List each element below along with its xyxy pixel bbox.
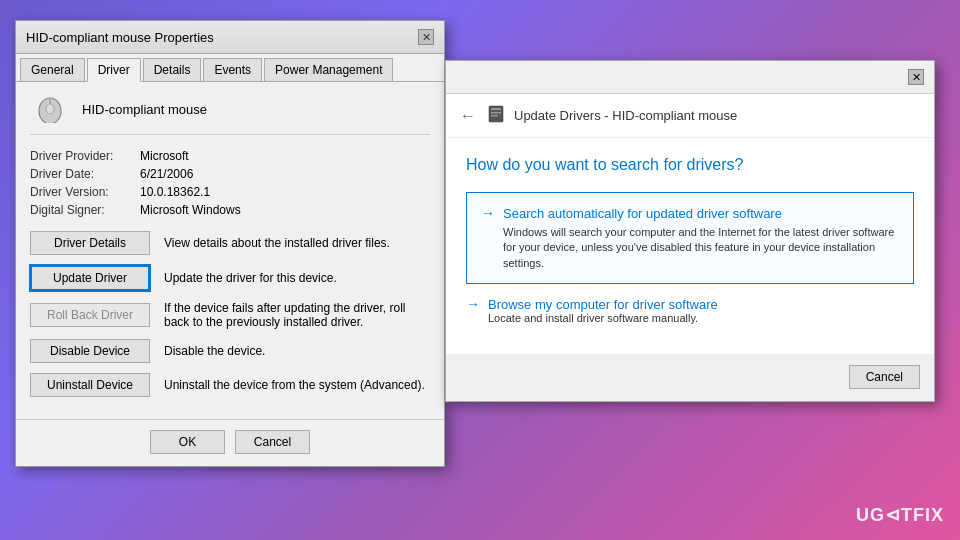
label-version: Driver Version: <box>30 185 140 199</box>
svg-rect-6 <box>491 115 498 117</box>
ok-button[interactable]: OK <box>150 430 225 454</box>
update-driver-row: Update Driver Update the driver for this… <box>30 265 430 291</box>
auto-search-option[interactable]: → Search automatically for updated drive… <box>466 192 914 284</box>
label-signer: Digital Signer: <box>30 203 140 217</box>
hid-cancel-button[interactable]: Cancel <box>235 430 310 454</box>
driver-details-button[interactable]: Driver Details <box>30 231 150 255</box>
update-drivers-dialog: ✕ ← Update Drivers - HID-compliant mouse… <box>445 60 935 402</box>
label-provider: Driver Provider: <box>30 149 140 163</box>
device-header: HID-compliant mouse <box>30 94 430 135</box>
auto-search-arrow: → <box>481 205 495 221</box>
update-driver-icon <box>486 104 506 127</box>
hid-properties-dialog: HID-compliant mouse Properties ✕ General… <box>15 20 445 467</box>
value-date: 6/21/2006 <box>140 167 193 181</box>
value-provider: Microsoft <box>140 149 189 163</box>
back-button[interactable]: ← <box>460 107 476 125</box>
tab-events[interactable]: Events <box>203 58 262 81</box>
device-icon <box>30 94 70 124</box>
uninstall-device-row: Uninstall Device Uninstall the device fr… <box>30 373 430 397</box>
manual-browse-title: → Browse my computer for driver software <box>466 296 718 312</box>
rollback-driver-button[interactable]: Roll Back Driver <box>30 303 150 327</box>
driver-details-row: Driver Details View details about the in… <box>30 231 430 255</box>
update-close-button[interactable]: ✕ <box>908 69 924 85</box>
disable-device-desc: Disable the device. <box>164 344 430 358</box>
svg-point-2 <box>46 104 54 114</box>
rollback-driver-desc: If the device fails after updating the d… <box>164 301 430 329</box>
value-signer: Microsoft Windows <box>140 203 241 217</box>
tabs-container: General Driver Details Events Power Mana… <box>16 54 444 82</box>
tab-driver[interactable]: Driver <box>87 58 141 82</box>
manual-browse-option[interactable]: → Browse my computer for driver software… <box>466 296 914 324</box>
auto-search-label: Search automatically for updated driver … <box>503 206 782 221</box>
watermark: UG⊲TFIX <box>856 504 944 526</box>
disable-device-button[interactable]: Disable Device <box>30 339 150 363</box>
tab-power-management[interactable]: Power Management <box>264 58 393 81</box>
search-question: How do you want to search for drivers? <box>466 156 914 174</box>
info-table: Driver Provider: Microsoft Driver Date: … <box>30 149 430 217</box>
manual-browse-label: Browse my computer for driver software <box>488 297 718 312</box>
hid-body: HID-compliant mouse Driver Provider: Mic… <box>16 82 444 419</box>
rollback-driver-row: Roll Back Driver If the device fails aft… <box>30 301 430 329</box>
uninstall-device-desc: Uninstall the device from the system (Ad… <box>164 378 430 392</box>
manual-browse-desc: Locate and install driver software manua… <box>488 312 718 324</box>
update-driver-button[interactable]: Update Driver <box>30 265 150 291</box>
update-footer: Cancel <box>446 354 934 401</box>
tab-general[interactable]: General <box>20 58 85 81</box>
value-version: 10.0.18362.1 <box>140 185 210 199</box>
manual-browse-arrow: → <box>466 296 480 312</box>
hid-titlebar: HID-compliant mouse Properties ✕ <box>16 21 444 54</box>
info-row-provider: Driver Provider: Microsoft <box>30 149 430 163</box>
auto-search-title: → Search automatically for updated drive… <box>481 205 899 221</box>
update-dialog-title: Update Drivers - HID-compliant mouse <box>514 108 737 123</box>
update-body: How do you want to search for drivers? →… <box>446 138 934 354</box>
update-header: ← Update Drivers - HID-compliant mouse <box>446 94 934 138</box>
label-date: Driver Date: <box>30 167 140 181</box>
svg-rect-4 <box>491 108 501 110</box>
auto-search-desc: Windows will search your computer and th… <box>503 225 899 271</box>
device-name-label: HID-compliant mouse <box>82 102 207 117</box>
info-row-version: Driver Version: 10.0.18362.1 <box>30 185 430 199</box>
update-cancel-button[interactable]: Cancel <box>849 365 920 389</box>
driver-buttons: Driver Details View details about the in… <box>30 231 430 397</box>
update-titlebar: ✕ <box>446 61 934 94</box>
mouse-icon <box>32 95 68 123</box>
disable-device-row: Disable Device Disable the device. <box>30 339 430 363</box>
hid-close-button[interactable]: ✕ <box>418 29 434 45</box>
hid-footer: OK Cancel <box>16 419 444 466</box>
hid-title: HID-compliant mouse Properties <box>26 30 214 45</box>
info-row-date: Driver Date: 6/21/2006 <box>30 167 430 181</box>
tab-details[interactable]: Details <box>143 58 202 81</box>
info-row-signer: Digital Signer: Microsoft Windows <box>30 203 430 217</box>
svg-rect-5 <box>491 112 501 114</box>
update-driver-desc: Update the driver for this device. <box>164 271 430 285</box>
uninstall-device-button[interactable]: Uninstall Device <box>30 373 150 397</box>
driver-details-desc: View details about the installed driver … <box>164 236 430 250</box>
